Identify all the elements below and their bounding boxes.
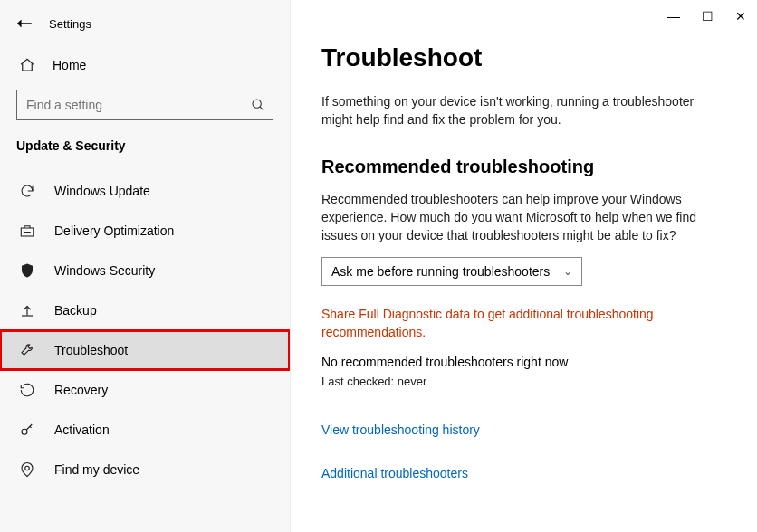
app-title: Settings bbox=[49, 17, 91, 31]
chevron-down-icon: ⌄ bbox=[563, 265, 572, 278]
sidebar-item-delivery-optimization[interactable]: Delivery Optimization bbox=[0, 211, 290, 251]
status-text: No recommended troubleshooters right now bbox=[321, 355, 739, 369]
sidebar-item-troubleshoot[interactable]: Troubleshoot bbox=[0, 330, 290, 370]
backup-icon bbox=[18, 302, 36, 318]
recommended-heading: Recommended troubleshooting bbox=[321, 157, 739, 177]
home-label: Home bbox=[53, 58, 86, 72]
sidebar: 🠐 Settings Home Update & Security Window… bbox=[0, 0, 290, 532]
sidebar-list: Windows Update Delivery Optimization Win… bbox=[0, 171, 290, 489]
recommended-text: Recommended troubleshooters can help imp… bbox=[321, 190, 711, 245]
sidebar-item-label: Delivery Optimization bbox=[54, 223, 174, 238]
sidebar-item-label: Backup bbox=[54, 303, 97, 318]
last-checked: Last checked: never bbox=[321, 375, 739, 388]
sidebar-item-label: Find my device bbox=[54, 462, 139, 477]
wrench-icon bbox=[18, 342, 36, 358]
sidebar-item-activation[interactable]: Activation bbox=[0, 410, 290, 450]
close-button[interactable]: ✕ bbox=[735, 9, 746, 24]
search-input[interactable] bbox=[26, 98, 251, 112]
view-history-link[interactable]: View troubleshooting history bbox=[321, 423, 739, 437]
sidebar-item-windows-update[interactable]: Windows Update bbox=[0, 171, 290, 211]
svg-point-3 bbox=[25, 466, 30, 470]
sidebar-item-recovery[interactable]: Recovery bbox=[0, 370, 290, 410]
search-icon bbox=[251, 98, 265, 112]
recovery-icon bbox=[18, 382, 36, 398]
key-icon bbox=[18, 422, 36, 438]
section-title: Update & Security bbox=[0, 133, 290, 171]
sidebar-item-label: Troubleshoot bbox=[54, 343, 128, 357]
shield-icon bbox=[18, 262, 36, 279]
additional-troubleshooters-link[interactable]: Additional troubleshooters bbox=[321, 466, 739, 480]
dropdown-value: Ask me before running troubleshooters bbox=[331, 264, 550, 279]
sidebar-item-label: Recovery bbox=[54, 383, 108, 397]
sidebar-item-label: Windows Security bbox=[54, 263, 155, 278]
header-bar: 🠐 Settings bbox=[0, 11, 290, 50]
back-arrow-icon[interactable]: 🠐 bbox=[16, 14, 33, 33]
page-title: Troubleshoot bbox=[321, 43, 739, 72]
page-intro: If something on your device isn't workin… bbox=[321, 92, 711, 129]
window-controls: — ☐ ✕ bbox=[667, 9, 746, 24]
home-icon bbox=[18, 57, 36, 73]
maximize-button[interactable]: ☐ bbox=[702, 9, 714, 24]
diagnostic-alert: Share Full Diagnostic data to get additi… bbox=[321, 306, 702, 341]
sidebar-item-label: Activation bbox=[54, 423, 110, 437]
svg-point-0 bbox=[253, 100, 261, 108]
home-button[interactable]: Home bbox=[0, 50, 290, 86]
location-icon bbox=[18, 461, 36, 478]
minimize-button[interactable]: — bbox=[667, 9, 680, 24]
sidebar-item-find-my-device[interactable]: Find my device bbox=[0, 450, 290, 489]
delivery-icon bbox=[18, 223, 36, 239]
sidebar-item-backup[interactable]: Backup bbox=[0, 290, 290, 330]
sidebar-item-label: Windows Update bbox=[54, 184, 150, 198]
search-box[interactable] bbox=[16, 90, 273, 120]
troubleshoot-dropdown[interactable]: Ask me before running troubleshooters ⌄ bbox=[321, 257, 582, 286]
svg-point-2 bbox=[22, 429, 27, 434]
main-content: — ☐ ✕ Troubleshoot If something on your … bbox=[290, 0, 757, 532]
sidebar-item-windows-security[interactable]: Windows Security bbox=[0, 251, 290, 290]
sync-icon bbox=[18, 183, 36, 199]
